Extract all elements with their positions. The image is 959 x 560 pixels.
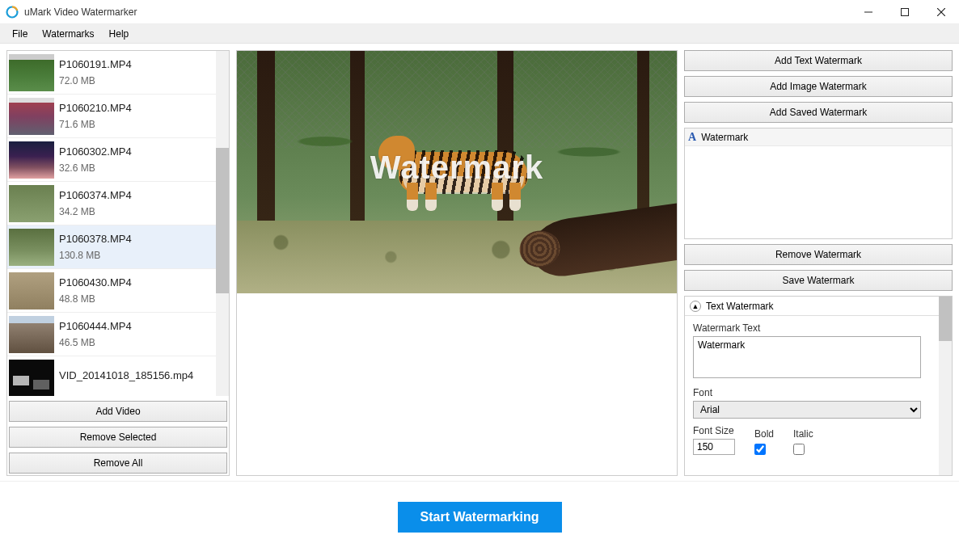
video-thumbnail: [9, 316, 54, 353]
video-filesize: 32.6 MB: [59, 162, 132, 174]
preview-panel: Watermark: [236, 50, 678, 476]
video-filename: P1060302.MP4: [59, 145, 132, 158]
menu-bar: File Watermarks Help: [0, 24, 959, 44]
text-watermark-icon: A: [688, 131, 696, 144]
app-logo-icon: [6, 6, 19, 19]
title-bar: uMark Video Watermarker: [0, 0, 959, 24]
video-filesize: 72.0 MB: [59, 75, 132, 86]
app-title: uMark Video Watermarker: [24, 6, 850, 18]
video-filesize: 48.8 MB: [59, 293, 132, 305]
video-filename: VID_20141018_185156.mp4: [59, 369, 193, 381]
video-thumbnail: [9, 185, 54, 222]
remove-all-button[interactable]: Remove All: [9, 453, 227, 474]
watermark-list-item[interactable]: A Watermark: [685, 128, 952, 146]
video-row[interactable]: P1060444.MP4 46.5 MB: [7, 313, 229, 356]
menu-file[interactable]: File: [5, 26, 35, 42]
video-row[interactable]: P1060191.MP4 72.0 MB: [7, 51, 229, 95]
font-select[interactable]: Arial: [693, 401, 921, 419]
video-row[interactable]: P1060378.MP4 130.8 MB: [7, 225, 229, 269]
add-image-watermark-button[interactable]: Add Image Watermark: [684, 76, 953, 97]
svg-rect-2: [901, 8, 908, 15]
video-filename: P1060444.MP4: [59, 320, 132, 332]
bold-checkbox[interactable]: [754, 444, 766, 455]
video-list-scrollbar[interactable]: [216, 51, 229, 396]
video-filename: P1060378.MP4: [59, 233, 132, 245]
video-filesize: 130.8 MB: [59, 250, 132, 261]
remove-watermark-button[interactable]: Remove Watermark: [684, 244, 953, 265]
chevron-up-icon: ▲: [690, 301, 701, 312]
video-thumbnail: [9, 360, 54, 396]
video-filename: P1060191.MP4: [59, 58, 132, 70]
properties-scrollbar[interactable]: [939, 297, 952, 475]
video-row[interactable]: VID_20141018_185156.mp4: [7, 356, 229, 396]
video-thumbnail: [9, 54, 54, 91]
font-label: Font: [693, 387, 931, 398]
video-filesize: 71.6 MB: [59, 119, 132, 130]
video-thumbnail: [9, 141, 54, 179]
close-button[interactable]: [923, 0, 959, 23]
remove-selected-button[interactable]: Remove Selected: [9, 427, 227, 448]
video-thumbnail: [9, 98, 54, 135]
add-saved-watermark-button[interactable]: Add Saved Watermark: [684, 102, 953, 123]
video-thumbnail: [9, 272, 54, 309]
minimize-button[interactable]: [850, 0, 886, 23]
menu-watermarks[interactable]: Watermarks: [35, 26, 101, 42]
video-filesize: 34.2 MB: [59, 206, 132, 217]
font-size-input[interactable]: [693, 439, 735, 455]
video-list-panel: P1060191.MP4 72.0 MB P1060210.MP4 71.6 M…: [6, 50, 230, 476]
font-size-label: Font Size: [693, 425, 735, 436]
add-text-watermark-button[interactable]: Add Text Watermark: [684, 50, 953, 71]
italic-checkbox[interactable]: [793, 444, 805, 455]
italic-label: Italic: [793, 428, 813, 440]
watermark-text-label: Watermark Text: [693, 322, 931, 334]
watermark-panel: Add Text Watermark Add Image Watermark A…: [684, 50, 953, 476]
video-row[interactable]: P1060302.MP4 32.6 MB: [7, 138, 229, 182]
watermark-text-input[interactable]: [693, 336, 921, 378]
watermark-item-label: Watermark: [701, 132, 748, 143]
watermark-overlay-text: Watermark: [370, 149, 543, 186]
watermark-list[interactable]: A Watermark: [684, 128, 953, 239]
text-watermark-section-header[interactable]: ▲ Text Watermark: [685, 297, 939, 316]
video-list[interactable]: P1060191.MP4 72.0 MB P1060210.MP4 71.6 M…: [7, 51, 229, 396]
video-filename: P1060374.MP4: [59, 189, 132, 201]
video-preview[interactable]: Watermark: [237, 51, 677, 293]
save-watermark-button[interactable]: Save Watermark: [684, 270, 953, 291]
watermark-properties-panel: ▲ Text Watermark Watermark Text Font Ari…: [684, 296, 953, 476]
video-row[interactable]: P1060374.MP4 34.2 MB: [7, 182, 229, 225]
video-filename: P1060430.MP4: [59, 276, 132, 288]
bold-label: Bold: [754, 428, 774, 440]
start-watermarking-button[interactable]: Start Watermarking: [398, 502, 562, 533]
video-filename: P1060210.MP4: [59, 102, 132, 114]
add-video-button[interactable]: Add Video: [9, 401, 227, 422]
menu-help[interactable]: Help: [102, 26, 137, 42]
video-thumbnail: [9, 229, 54, 266]
video-row[interactable]: P1060210.MP4 71.6 MB: [7, 95, 229, 138]
bottom-bar: Start Watermarking: [0, 481, 959, 552]
text-watermark-section-title: Text Watermark: [706, 301, 774, 312]
video-row[interactable]: P1060430.MP4 48.8 MB: [7, 269, 229, 313]
maximize-button[interactable]: [886, 0, 923, 23]
video-filesize: 46.5 MB: [59, 337, 132, 348]
